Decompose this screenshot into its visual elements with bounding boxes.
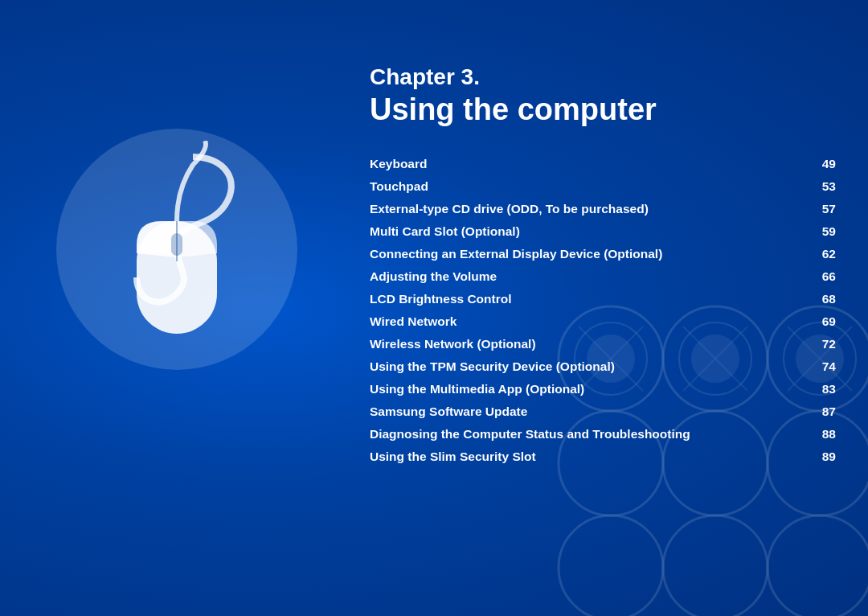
content-area: Chapter 3. Using the computer Keyboard49… <box>370 64 836 584</box>
toc-item-label: Multi Card Slot (Optional) <box>370 224 813 239</box>
toc-item-label: Connecting an External Display Device (O… <box>370 247 813 261</box>
toc-item: Using the Slim Security Slot89 <box>370 446 836 468</box>
chapter-title: Using the computer <box>370 93 836 127</box>
toc-item-label: Using the Multimedia App (Optional) <box>370 382 813 396</box>
toc-item: Diagnosing the Computer Status and Troub… <box>370 423 836 446</box>
toc-item: Connecting an External Display Device (O… <box>370 243 836 265</box>
toc-item-page: 62 <box>813 247 836 261</box>
toc-item-page: 83 <box>813 382 836 396</box>
toc-item-page: 74 <box>813 359 836 374</box>
toc-item-label: Adjusting the Volume <box>370 269 813 284</box>
toc-item-page: 69 <box>813 314 836 329</box>
toc-item-page: 59 <box>813 224 836 239</box>
toc-item-page: 88 <box>813 427 836 441</box>
toc-item-page: 53 <box>813 179 836 194</box>
toc-item-page: 87 <box>813 405 836 419</box>
toc-item: Wired Network69 <box>370 310 836 333</box>
toc-item: Using the TPM Security Device (Optional)… <box>370 355 836 378</box>
toc-item-page: 89 <box>813 450 836 464</box>
toc-item-label: External-type CD drive (ODD, To be purch… <box>370 202 813 216</box>
toc-item-page: 57 <box>813 202 836 216</box>
toc-item-label: Samsung Software Update <box>370 405 813 419</box>
toc-item: Multi Card Slot (Optional)59 <box>370 220 836 243</box>
toc-item-label: LCD Brightness Control <box>370 292 813 306</box>
toc-item-label: Touchpad <box>370 179 813 194</box>
toc-item-label: Wired Network <box>370 314 813 329</box>
toc-item-page: 49 <box>813 157 836 171</box>
toc-item-page: 72 <box>813 337 836 351</box>
toc-item: Samsung Software Update87 <box>370 400 836 423</box>
toc-item: External-type CD drive (ODD, To be purch… <box>370 198 836 220</box>
toc-item: Keyboard49 <box>370 153 836 175</box>
mouse-illustration <box>48 97 305 402</box>
chapter-label: Chapter 3. <box>370 64 836 90</box>
toc-item-label: Diagnosing the Computer Status and Troub… <box>370 427 813 441</box>
toc-item-label: Wireless Network (Optional) <box>370 337 813 351</box>
toc-item-label: Using the TPM Security Device (Optional) <box>370 359 813 374</box>
toc-item-page: 68 <box>813 292 836 306</box>
svg-rect-23 <box>171 233 182 256</box>
toc-item-label: Keyboard <box>370 157 813 171</box>
toc-list: Keyboard49Touchpad53External-type CD dri… <box>370 153 836 468</box>
toc-item: Touchpad53 <box>370 175 836 198</box>
toc-item: Using the Multimedia App (Optional)83 <box>370 378 836 400</box>
toc-item: Adjusting the Volume66 <box>370 265 836 288</box>
toc-item-page: 66 <box>813 269 836 284</box>
toc-item: Wireless Network (Optional)72 <box>370 333 836 355</box>
toc-item: LCD Brightness Control68 <box>370 288 836 310</box>
toc-item-label: Using the Slim Security Slot <box>370 450 813 464</box>
